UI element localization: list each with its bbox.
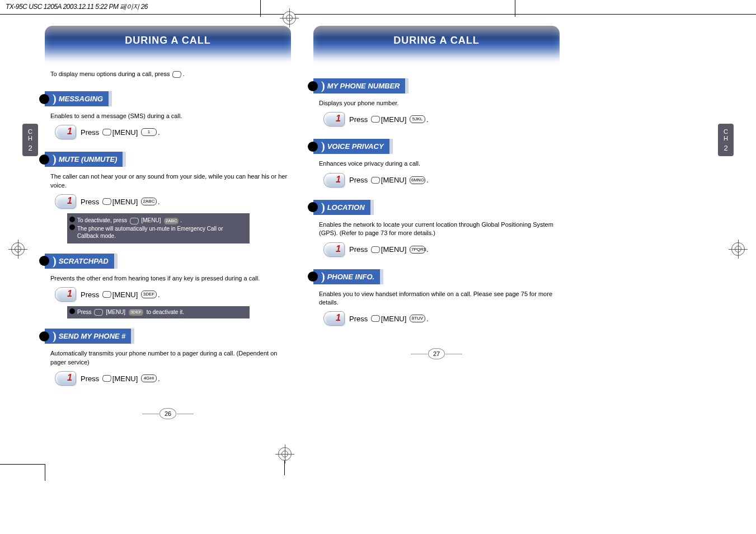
keypad-key-icon: 4GHI [141,374,157,382]
softkey-icon [129,218,139,224]
section-desc: Enables to send a message (SMS) during a… [50,112,291,120]
step-number-icon [55,371,76,386]
page-number: 26 [45,408,291,419]
keypad-key-icon: 8TUV [410,315,425,322]
intro-text: To display menu options during a call, p… [50,71,291,78]
step-number-icon [323,311,345,326]
step-instruction: Press [MENU] 6MNO. [323,173,560,188]
section-heading-sendphone: ) SEND MY PHONE # [45,329,134,344]
step-instruction: Press [MENU] 3DEF. [55,287,291,302]
document-source-header: TX-95C USC 1205A 2003.12.11 5:22 PM 페이지 … [0,0,756,15]
section-heading-location: ) LOCATION [313,200,374,215]
section-desc: Enables the network to locate your curre… [319,221,560,238]
page-title: DURING A CALL [45,26,291,65]
section-heading-phoneinfo: ) PHONE INFO. [313,269,383,284]
step-number-icon [55,194,76,209]
keypad-key-icon: 2ABC [163,217,179,225]
step-instruction: Press [MENU] 8TUV. [323,311,560,326]
registration-mark-icon [731,242,745,256]
step-number-icon [323,112,345,127]
step-instruction: Press [MENU] 5JKL. [323,112,560,127]
step-number-icon [55,287,76,302]
softkey-icon [370,177,381,184]
section-desc: Enhances voice privacy during a call. [319,160,560,168]
page-left: DURING A CALL To display menu options du… [34,26,302,419]
softkey-icon [370,246,381,253]
note-box: To deactivate, press [MENU] 2ABC. The ph… [67,213,250,243]
section-heading-messaging: ) MESSAGING [45,91,112,106]
step-number-icon [323,173,345,188]
keypad-key-icon: 3DEF [128,308,144,316]
section-heading-scratchpad: ) SCRATCHPAD [45,254,118,269]
step-instruction: Press [MENU] 1. [55,125,291,139]
step-instruction: Press [MENU] 7PQRS. [323,242,560,257]
step-number-icon [323,242,345,257]
section-desc: Displays your phone number. [319,99,560,107]
section-heading-voiceprivacy: ) VOICE PRIVACY [313,139,393,154]
keypad-key-icon: 3DEF [141,291,157,298]
keypad-key-icon: 5JKL [410,115,425,123]
doc-filename: TX-95C USC 1205A 2003.12.11 5:22 PM 페이지 … [6,3,148,11]
softkey-icon [102,198,112,205]
page-right: DURING A CALL ) MY PHONE NUMBER Displays… [302,26,571,419]
registration-mark-icon [278,447,292,461]
softkey-icon [102,291,112,298]
softkey-icon [102,375,112,382]
page-number: 27 [313,348,560,359]
keypad-key-icon: 7PQRS [410,246,425,254]
keypad-key-icon: 6MNO [410,176,425,184]
softkey-icon [370,116,381,123]
softkey-icon [370,315,381,322]
step-instruction: Press [MENU] 2ABC. [55,194,291,209]
crop-marks-bottom [0,447,756,481]
registration-mark-icon [11,242,25,256]
section-desc: The caller can not hear your or any soun… [50,172,291,190]
keypad-key-icon: 2ABC [141,198,157,205]
section-heading-mute: ) MUTE (UNMUTE) [45,152,126,167]
page-title: DURING A CALL [313,26,560,65]
page-spread: C H 2 C H 2 DURING A CALL To display men… [0,15,756,442]
section-desc: Automatically transmits your phone numbe… [50,349,291,367]
section-desc: Prevents the other end from hearing tone… [50,274,291,283]
step-number-icon [55,125,76,139]
chapter-tab-right: C H 2 [718,124,734,156]
softkey-icon [172,71,182,78]
keypad-key-icon: 1 [141,128,157,136]
section-heading-myphone: ) MY PHONE NUMBER [313,78,408,93]
softkey-icon [93,309,104,316]
section-desc: Enables you to view handset information … [319,290,560,307]
step-instruction: Press [MENU] 4GHI. [55,371,291,386]
note-box: Press [MENU] 3DEF to deactivate it. [67,306,250,318]
softkey-icon [102,129,112,135]
